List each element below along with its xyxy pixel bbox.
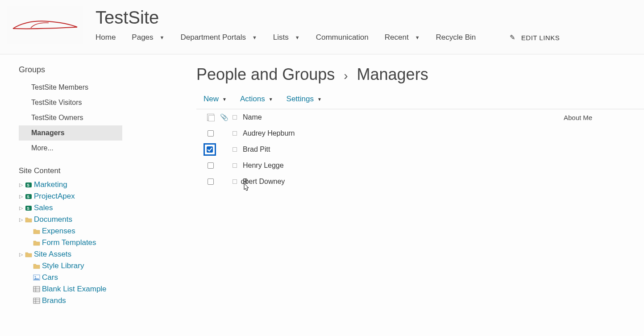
nav-item-label: Department Portals [180, 33, 245, 42]
svg-text:S: S [27, 183, 29, 187]
site-content-heading: Site Content [19, 166, 196, 175]
row-select-checkbox[interactable] [208, 162, 214, 169]
svg-text:S: S [27, 195, 29, 199]
tree-item-documents[interactable]: ▷Documents [19, 214, 196, 225]
new-button[interactable]: New ▼ [204, 95, 227, 104]
top-nav: HomePages▼Department Portals▼Lists▼Commu… [96, 33, 560, 42]
tree-item-blank-list-example[interactable]: Blank List Example [19, 283, 196, 295]
groups-heading: Groups [19, 65, 196, 75]
nav-item-department-portals[interactable]: Department Portals▼ [180, 33, 257, 42]
groups-list: TestSite MembersTestSite VisitorsTestSit… [19, 80, 196, 156]
actions-button[interactable]: Actions ▼ [240, 95, 273, 104]
tree-expander-icon[interactable]: ▷ [19, 252, 23, 257]
tree-item-form-templates[interactable]: Form Templates [19, 237, 196, 249]
tree-item-label: Cars [42, 273, 58, 282]
tree-item-marketing[interactable]: ▷SMarketing [19, 179, 196, 191]
nav-item-label: Recycle Bin [436, 33, 476, 42]
tree-expander-icon[interactable]: ▷ [19, 182, 23, 188]
sp-site-icon: S [25, 193, 32, 200]
tree-item-label: Form Templates [42, 238, 96, 247]
tree-item-site-assets[interactable]: ▷Site Assets [19, 249, 196, 260]
sp-site-icon: S [25, 181, 32, 188]
nav-item-home[interactable]: Home [96, 33, 116, 42]
member-name[interactable]: Brad Pitt [239, 145, 564, 153]
site-header: TestSite HomePages▼Department Portals▼Li… [0, 0, 644, 54]
about-column-header[interactable]: About Me [564, 114, 644, 121]
edit-links-button[interactable]: ✎EDIT LINKS [510, 33, 560, 41]
table-row[interactable]: Henry Legge [196, 158, 644, 174]
table-header-row: 📎 Name About Me [196, 109, 644, 125]
member-name[interactable]: Robert Downey [239, 178, 564, 186]
car-logo-icon [9, 16, 81, 34]
table-row[interactable]: Audrey Hepburn [196, 125, 644, 141]
nav-item-pages[interactable]: Pages▼ [132, 33, 164, 42]
tree-item-label: Expenses [42, 227, 75, 236]
select-all-icon[interactable] [207, 114, 214, 121]
tree-item-label: Style Library [42, 261, 84, 270]
tree-expander-icon[interactable]: ▷ [19, 217, 23, 223]
nav-item-label: Recent [385, 33, 409, 42]
settings-button[interactable]: Settings ▼ [287, 95, 322, 104]
members-table: 📎 Name About Me Audrey HepburnBrad PittH… [196, 109, 644, 190]
group-item-more-[interactable]: More... [19, 141, 196, 156]
nav-item-lists[interactable]: Lists▼ [273, 33, 300, 42]
group-item-testsite-owners[interactable]: TestSite Owners [19, 110, 196, 125]
presence-icon [233, 131, 237, 136]
list-icon [33, 286, 40, 293]
nav-item-label: Pages [132, 33, 153, 42]
site-content-tree: ▷SMarketing▷SProjectApex▷SSales▷Document… [19, 179, 196, 307]
svg-text:S: S [27, 206, 29, 211]
dropdown-caret-icon: ▼ [317, 97, 322, 102]
tree-item-cars[interactable]: Cars [19, 272, 196, 283]
folder-icon [25, 251, 32, 258]
tree-item-label: Documents [34, 215, 72, 224]
folder-icon [33, 228, 40, 235]
tree-item-sales[interactable]: ▷SSales [19, 202, 196, 214]
tree-item-projectapex[interactable]: ▷SProjectApex [19, 191, 196, 202]
table-row[interactable]: Robert Downey [196, 174, 644, 190]
group-item-testsite-visitors[interactable]: TestSite Visitors [19, 95, 196, 110]
dropdown-caret-icon: ▼ [222, 97, 227, 102]
site-logo[interactable] [7, 6, 83, 44]
tree-item-brands[interactable]: Brands [19, 295, 196, 307]
svg-rect-8 [33, 286, 40, 292]
sp-site-icon: S [25, 204, 32, 212]
row-select-checkbox[interactable] [208, 178, 214, 185]
folder-icon [33, 262, 40, 270]
page-title: People and Groups › Managers [196, 65, 644, 84]
nav-item-label: Lists [273, 33, 289, 42]
member-name[interactable]: Henry Legge [239, 162, 564, 170]
dropdown-caret-icon: ▼ [415, 35, 420, 40]
folder-icon [33, 239, 40, 246]
new-button-label: New [204, 95, 219, 104]
group-item-managers[interactable]: Managers [19, 125, 122, 141]
tree-item-style-library[interactable]: Style Library [19, 260, 196, 272]
edit-links-label: EDIT LINKS [521, 34, 560, 41]
tree-expander-icon[interactable]: ▷ [19, 205, 23, 211]
member-name[interactable]: Audrey Hepburn [239, 129, 564, 137]
nav-item-communication[interactable]: Communication [316, 33, 369, 42]
tree-expander-icon[interactable]: ▷ [19, 194, 23, 199]
tree-item-expenses[interactable]: Expenses [19, 225, 196, 237]
pencil-icon: ✎ [510, 33, 516, 41]
site-title[interactable]: TestSite [96, 8, 560, 27]
presence-icon [233, 147, 237, 152]
name-column-header[interactable]: Name [239, 113, 564, 121]
presence-header-icon [233, 115, 237, 120]
nav-item-recycle-bin[interactable]: Recycle Bin [436, 33, 476, 42]
main-content: People and Groups › Managers New ▼ Actio… [196, 54, 644, 307]
breadcrumb-root[interactable]: People and Groups [196, 65, 335, 84]
dropdown-caret-icon: ▼ [269, 97, 273, 102]
list-icon [33, 297, 40, 304]
presence-icon [233, 163, 237, 168]
nav-item-recent[interactable]: Recent▼ [385, 33, 420, 42]
group-item-testsite-members[interactable]: TestSite Members [19, 80, 196, 95]
dropdown-caret-icon: ▼ [160, 35, 165, 40]
table-row[interactable]: Brad Pitt [196, 141, 644, 158]
svg-point-7 [35, 276, 36, 278]
row-select-checkbox[interactable] [207, 146, 213, 153]
image-library-icon [33, 274, 40, 281]
row-select-checkbox[interactable] [208, 130, 214, 137]
tree-item-label: Site Assets [34, 250, 71, 259]
tree-item-label: Sales [34, 203, 53, 212]
